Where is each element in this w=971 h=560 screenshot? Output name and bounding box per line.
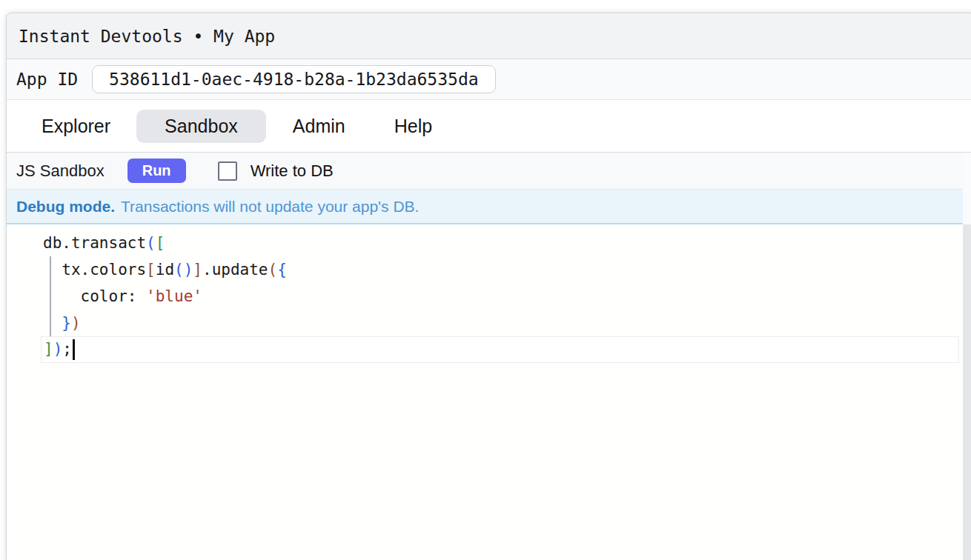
app-id-row: App ID 538611d1-0aec-4918-b28a-1b23da653… bbox=[7, 59, 971, 100]
code-token: ( bbox=[174, 261, 184, 279]
code-token: [ bbox=[156, 234, 165, 252]
app-header: Instant Devtools • My App bbox=[7, 13, 971, 59]
debug-banner-title: Debug mode. bbox=[16, 198, 115, 216]
code-token: ] bbox=[193, 261, 202, 279]
code-editor[interactable]: db.transact([ tx.colors[id()].update({ c… bbox=[7, 224, 971, 560]
code-token: ) bbox=[53, 340, 63, 358]
run-button[interactable]: Run bbox=[127, 159, 186, 183]
code-token: { bbox=[277, 261, 287, 279]
app-id-pill[interactable]: 538611d1-0aec-4918-b28a-1b23da6535da bbox=[92, 65, 496, 93]
code-token: tx.colors bbox=[43, 261, 146, 279]
panel-label: JS Sandbox bbox=[16, 161, 105, 181]
write-to-db-checkbox[interactable] bbox=[218, 161, 237, 181]
code-token: db.transact bbox=[43, 234, 146, 252]
tabs: ExplorerSandboxAdminHelp bbox=[7, 100, 971, 153]
code-token: id bbox=[156, 261, 174, 279]
code-token bbox=[43, 314, 62, 332]
code-token: ( bbox=[268, 261, 278, 279]
code-token: 'blue' bbox=[146, 287, 202, 305]
code-token: ] bbox=[44, 340, 53, 358]
code-token: [ bbox=[146, 261, 156, 279]
devtools-window: Instant Devtools • My App App ID 538611d… bbox=[6, 13, 971, 560]
window-title: Instant Devtools • My App bbox=[19, 27, 275, 46]
code-token: ) bbox=[71, 314, 81, 332]
debug-banner-text: Transactions will not update your app's … bbox=[121, 198, 419, 216]
scrollbar-thumb[interactable] bbox=[963, 224, 971, 560]
code-token: color: bbox=[43, 287, 146, 305]
app-id-label: App ID bbox=[16, 70, 78, 89]
code-token: ) bbox=[184, 261, 193, 279]
code-line[interactable]: ]); bbox=[41, 336, 959, 363]
code-line[interactable]: tx.colors[id()].update({ bbox=[41, 256, 959, 283]
text-cursor bbox=[73, 339, 75, 360]
tab-help[interactable]: Help bbox=[394, 116, 432, 137]
code-token: .update bbox=[202, 261, 268, 279]
tab-admin[interactable]: Admin bbox=[293, 116, 345, 137]
tab-sandbox[interactable]: Sandbox bbox=[136, 110, 266, 143]
code-token: ( bbox=[146, 234, 156, 252]
code-content: db.transact([ tx.colors[id()].update({ c… bbox=[41, 230, 959, 363]
sandbox-toolbar: JS Sandbox Run Write to DB bbox=[7, 153, 971, 190]
code-token: ; bbox=[62, 340, 72, 358]
debug-banner: Debug mode. Transactions will not update… bbox=[7, 190, 971, 224]
scrollbar-track[interactable] bbox=[963, 153, 971, 224]
write-to-db-label[interactable]: Write to DB bbox=[251, 161, 334, 181]
code-line[interactable]: color: 'blue' bbox=[41, 283, 959, 310]
code-token: } bbox=[62, 314, 71, 332]
code-line[interactable]: }) bbox=[41, 310, 959, 336]
tab-explorer[interactable]: Explorer bbox=[42, 116, 110, 137]
code-line[interactable]: db.transact([ bbox=[41, 230, 959, 256]
